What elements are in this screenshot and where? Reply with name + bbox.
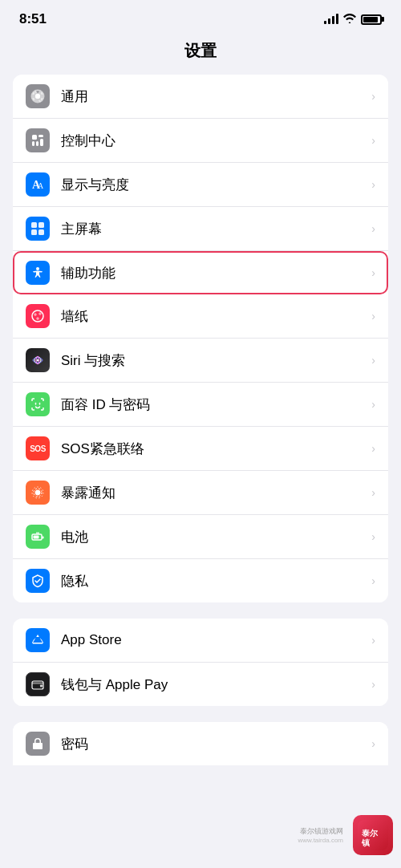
svg-rect-32 xyxy=(32,683,43,684)
control-icon xyxy=(26,128,50,152)
watermark-name: 泰尔镇游戏网 xyxy=(298,826,343,837)
svg-rect-8 xyxy=(31,222,37,228)
svg-point-15 xyxy=(34,314,36,315)
settings-group-1: 通用 › 控制中心 › A A 显示与亮度 › xyxy=(13,75,388,602)
settings-item-siri[interactable]: Siri 与搜索 › xyxy=(13,339,388,383)
faceid-chevron: › xyxy=(371,398,375,411)
wallpaper-chevron: › xyxy=(371,310,375,322)
settings-item-display[interactable]: A A 显示与亮度 › xyxy=(13,163,388,207)
svg-rect-9 xyxy=(38,222,44,228)
battery-icon xyxy=(361,14,382,25)
svg-point-17 xyxy=(39,313,41,314)
settings-item-appstore[interactable]: App Store › xyxy=(13,619,388,663)
home-label: 主屏幕 xyxy=(61,220,365,238)
appstore-chevron: › xyxy=(371,634,375,647)
home-chevron: › xyxy=(371,222,375,235)
settings-item-battery[interactable]: 电池 › xyxy=(13,515,388,559)
settings-item-exposure[interactable]: 暴露通知 › xyxy=(13,471,388,515)
appstore-label: App Store xyxy=(61,632,365,648)
privacy-label: 隐私 xyxy=(61,572,365,590)
settings-item-privacy[interactable]: 隐私 › xyxy=(13,559,388,602)
siri-icon xyxy=(26,348,50,372)
settings-group-3: 密码 › xyxy=(13,722,388,765)
battery-chevron: › xyxy=(371,530,375,543)
settings-group-2: App Store › 钱包与 Apple Pay › xyxy=(13,619,388,706)
privacy-chevron: › xyxy=(371,574,375,587)
sos-chevron: › xyxy=(371,442,375,455)
svg-rect-3 xyxy=(32,141,34,146)
general-label: 通用 xyxy=(61,87,365,106)
wallet-label: 钱包与 Apple Pay xyxy=(61,675,365,694)
svg-rect-5 xyxy=(40,139,43,146)
appstore-icon xyxy=(26,628,50,652)
accessibility-label: 辅助功能 xyxy=(61,264,365,282)
home-icon xyxy=(26,217,50,241)
password-chevron: › xyxy=(371,737,375,750)
control-label: 控制中心 xyxy=(61,132,365,150)
svg-rect-1 xyxy=(32,135,37,140)
faceid-label: 面容 ID 与密码 xyxy=(61,395,365,414)
svg-text:镇: 镇 xyxy=(361,838,371,847)
svg-text:A: A xyxy=(38,181,44,190)
settings-item-wallpaper[interactable]: 墙纸 › xyxy=(13,294,388,339)
settings-item-control[interactable]: 控制中心 › xyxy=(13,119,388,163)
status-time: 8:51 xyxy=(19,11,47,27)
accessibility-chevron: › xyxy=(371,266,375,279)
settings-item-home[interactable]: 主屏幕 › xyxy=(13,207,388,251)
svg-rect-2 xyxy=(38,135,43,137)
wallet-chevron: › xyxy=(371,678,375,691)
exposure-icon xyxy=(26,481,50,505)
settings-item-general[interactable]: 通用 › xyxy=(13,75,388,119)
svg-point-13 xyxy=(32,310,43,322)
display-label: 显示与亮度 xyxy=(61,176,365,194)
password-label: 密码 xyxy=(61,735,365,753)
general-icon xyxy=(26,84,50,108)
svg-point-19 xyxy=(37,318,38,319)
watermark-site: www.tairda.com xyxy=(298,837,343,844)
exposure-chevron: › xyxy=(371,486,375,499)
svg-text:泰尔: 泰尔 xyxy=(362,829,379,838)
watermark-logo: 泰尔 镇 xyxy=(353,815,393,855)
svg-rect-10 xyxy=(31,229,37,235)
settings-item-faceid[interactable]: 面容 ID 与密码 › xyxy=(13,383,388,427)
settings-item-accessibility[interactable]: 辅助功能 › xyxy=(13,251,388,294)
settings-item-wallet[interactable]: 钱包与 Apple Pay › xyxy=(13,663,388,706)
display-icon: A A xyxy=(26,172,50,197)
sos-icon: SOS xyxy=(26,436,50,460)
settings-item-password[interactable]: 密码 › xyxy=(13,722,388,765)
battery-label: 电池 xyxy=(61,528,365,546)
wallet-icon xyxy=(26,672,50,696)
wallpaper-label: 墙纸 xyxy=(61,307,365,326)
watermark: 泰尔镇游戏网 www.tairda.com 泰尔 镇 xyxy=(298,815,393,855)
exposure-label: 暴露通知 xyxy=(61,484,365,502)
svg-rect-29 xyxy=(43,537,44,539)
privacy-icon xyxy=(26,569,50,593)
svg-point-12 xyxy=(36,267,39,270)
siri-label: Siri 与搜索 xyxy=(61,351,365,370)
svg-rect-11 xyxy=(38,229,44,235)
accessibility-icon xyxy=(26,261,50,285)
accessibility-wrapper: 辅助功能 › xyxy=(13,251,388,294)
signal-icon xyxy=(324,14,338,24)
wifi-icon xyxy=(343,13,356,26)
svg-rect-30 xyxy=(34,536,39,539)
siri-chevron: › xyxy=(371,354,375,367)
sos-label: SOS紧急联络 xyxy=(61,440,365,458)
password-icon xyxy=(26,732,50,756)
display-chevron: › xyxy=(371,178,375,191)
svg-rect-33 xyxy=(40,685,43,688)
wallpaper-icon xyxy=(26,304,50,328)
status-bar: 8:51 xyxy=(0,0,401,34)
settings-item-sos[interactable]: SOS SOS紧急联络 › xyxy=(13,427,388,471)
page-title: 设置 xyxy=(0,34,401,75)
general-chevron: › xyxy=(371,90,375,103)
control-chevron: › xyxy=(371,134,375,147)
status-icons xyxy=(324,13,382,26)
battery-icon-item xyxy=(26,525,50,549)
svg-rect-4 xyxy=(36,141,38,146)
faceid-icon xyxy=(26,392,50,416)
svg-point-23 xyxy=(37,359,39,362)
